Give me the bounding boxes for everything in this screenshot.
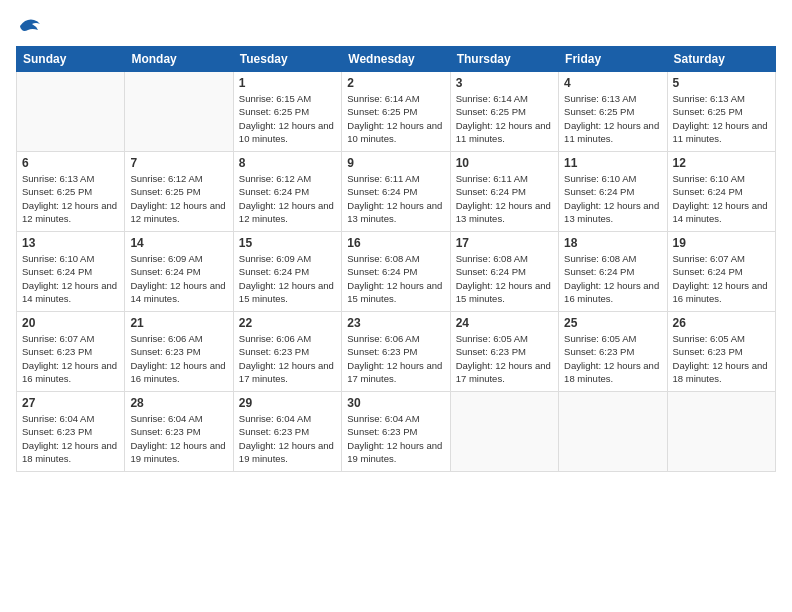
weekday-header: Monday [125,47,233,72]
day-info: Sunrise: 6:05 AM Sunset: 6:23 PM Dayligh… [673,332,770,385]
day-info: Sunrise: 6:13 AM Sunset: 6:25 PM Dayligh… [673,92,770,145]
day-number: 10 [456,156,553,170]
calendar-cell: 22Sunrise: 6:06 AM Sunset: 6:23 PM Dayli… [233,312,341,392]
calendar-cell: 23Sunrise: 6:06 AM Sunset: 6:23 PM Dayli… [342,312,450,392]
day-info: Sunrise: 6:06 AM Sunset: 6:23 PM Dayligh… [239,332,336,385]
day-number: 2 [347,76,444,90]
day-info: Sunrise: 6:04 AM Sunset: 6:23 PM Dayligh… [130,412,227,465]
day-number: 30 [347,396,444,410]
logo [16,16,42,36]
weekday-header: Saturday [667,47,775,72]
calendar-week-row: 27Sunrise: 6:04 AM Sunset: 6:23 PM Dayli… [17,392,776,472]
day-number: 16 [347,236,444,250]
day-info: Sunrise: 6:05 AM Sunset: 6:23 PM Dayligh… [564,332,661,385]
calendar-cell: 7Sunrise: 6:12 AM Sunset: 6:25 PM Daylig… [125,152,233,232]
day-info: Sunrise: 6:10 AM Sunset: 6:24 PM Dayligh… [22,252,119,305]
day-number: 20 [22,316,119,330]
calendar-cell: 9Sunrise: 6:11 AM Sunset: 6:24 PM Daylig… [342,152,450,232]
day-number: 8 [239,156,336,170]
day-number: 7 [130,156,227,170]
day-number: 22 [239,316,336,330]
calendar-cell: 12Sunrise: 6:10 AM Sunset: 6:24 PM Dayli… [667,152,775,232]
weekday-header: Friday [559,47,667,72]
calendar-cell: 29Sunrise: 6:04 AM Sunset: 6:23 PM Dayli… [233,392,341,472]
weekday-header: Tuesday [233,47,341,72]
day-info: Sunrise: 6:10 AM Sunset: 6:24 PM Dayligh… [673,172,770,225]
day-info: Sunrise: 6:06 AM Sunset: 6:23 PM Dayligh… [130,332,227,385]
calendar-cell [667,392,775,472]
day-info: Sunrise: 6:08 AM Sunset: 6:24 PM Dayligh… [456,252,553,305]
day-info: Sunrise: 6:08 AM Sunset: 6:24 PM Dayligh… [564,252,661,305]
day-number: 6 [22,156,119,170]
calendar-cell: 16Sunrise: 6:08 AM Sunset: 6:24 PM Dayli… [342,232,450,312]
day-number: 5 [673,76,770,90]
calendar-cell: 1Sunrise: 6:15 AM Sunset: 6:25 PM Daylig… [233,72,341,152]
calendar-cell: 6Sunrise: 6:13 AM Sunset: 6:25 PM Daylig… [17,152,125,232]
day-info: Sunrise: 6:04 AM Sunset: 6:23 PM Dayligh… [239,412,336,465]
day-number: 25 [564,316,661,330]
day-info: Sunrise: 6:12 AM Sunset: 6:24 PM Dayligh… [239,172,336,225]
day-info: Sunrise: 6:13 AM Sunset: 6:25 PM Dayligh… [564,92,661,145]
calendar-cell: 14Sunrise: 6:09 AM Sunset: 6:24 PM Dayli… [125,232,233,312]
day-info: Sunrise: 6:09 AM Sunset: 6:24 PM Dayligh… [239,252,336,305]
day-number: 1 [239,76,336,90]
calendar-cell: 2Sunrise: 6:14 AM Sunset: 6:25 PM Daylig… [342,72,450,152]
weekday-header: Wednesday [342,47,450,72]
calendar: SundayMondayTuesdayWednesdayThursdayFrid… [16,46,776,472]
day-info: Sunrise: 6:05 AM Sunset: 6:23 PM Dayligh… [456,332,553,385]
calendar-cell [125,72,233,152]
calendar-cell: 26Sunrise: 6:05 AM Sunset: 6:23 PM Dayli… [667,312,775,392]
day-number: 13 [22,236,119,250]
day-info: Sunrise: 6:07 AM Sunset: 6:23 PM Dayligh… [22,332,119,385]
calendar-cell: 4Sunrise: 6:13 AM Sunset: 6:25 PM Daylig… [559,72,667,152]
day-number: 3 [456,76,553,90]
weekday-header: Thursday [450,47,558,72]
calendar-cell: 24Sunrise: 6:05 AM Sunset: 6:23 PM Dayli… [450,312,558,392]
day-number: 21 [130,316,227,330]
day-number: 9 [347,156,444,170]
day-number: 15 [239,236,336,250]
day-number: 18 [564,236,661,250]
day-info: Sunrise: 6:10 AM Sunset: 6:24 PM Dayligh… [564,172,661,225]
calendar-cell [450,392,558,472]
calendar-cell: 20Sunrise: 6:07 AM Sunset: 6:23 PM Dayli… [17,312,125,392]
day-info: Sunrise: 6:12 AM Sunset: 6:25 PM Dayligh… [130,172,227,225]
calendar-cell: 21Sunrise: 6:06 AM Sunset: 6:23 PM Dayli… [125,312,233,392]
calendar-cell: 18Sunrise: 6:08 AM Sunset: 6:24 PM Dayli… [559,232,667,312]
day-number: 12 [673,156,770,170]
day-info: Sunrise: 6:11 AM Sunset: 6:24 PM Dayligh… [456,172,553,225]
day-number: 14 [130,236,227,250]
calendar-cell: 28Sunrise: 6:04 AM Sunset: 6:23 PM Dayli… [125,392,233,472]
day-number: 24 [456,316,553,330]
day-number: 23 [347,316,444,330]
calendar-header-row: SundayMondayTuesdayWednesdayThursdayFrid… [17,47,776,72]
weekday-header: Sunday [17,47,125,72]
day-number: 11 [564,156,661,170]
calendar-cell: 27Sunrise: 6:04 AM Sunset: 6:23 PM Dayli… [17,392,125,472]
calendar-cell: 19Sunrise: 6:07 AM Sunset: 6:24 PM Dayli… [667,232,775,312]
day-info: Sunrise: 6:14 AM Sunset: 6:25 PM Dayligh… [456,92,553,145]
calendar-week-row: 1Sunrise: 6:15 AM Sunset: 6:25 PM Daylig… [17,72,776,152]
calendar-cell: 10Sunrise: 6:11 AM Sunset: 6:24 PM Dayli… [450,152,558,232]
logo-bird-icon [18,16,42,36]
day-number: 17 [456,236,553,250]
day-info: Sunrise: 6:07 AM Sunset: 6:24 PM Dayligh… [673,252,770,305]
day-info: Sunrise: 6:13 AM Sunset: 6:25 PM Dayligh… [22,172,119,225]
calendar-cell: 17Sunrise: 6:08 AM Sunset: 6:24 PM Dayli… [450,232,558,312]
day-number: 27 [22,396,119,410]
day-info: Sunrise: 6:04 AM Sunset: 6:23 PM Dayligh… [22,412,119,465]
day-info: Sunrise: 6:04 AM Sunset: 6:23 PM Dayligh… [347,412,444,465]
calendar-week-row: 20Sunrise: 6:07 AM Sunset: 6:23 PM Dayli… [17,312,776,392]
day-number: 29 [239,396,336,410]
day-number: 26 [673,316,770,330]
day-number: 28 [130,396,227,410]
day-info: Sunrise: 6:14 AM Sunset: 6:25 PM Dayligh… [347,92,444,145]
calendar-cell: 5Sunrise: 6:13 AM Sunset: 6:25 PM Daylig… [667,72,775,152]
calendar-cell: 30Sunrise: 6:04 AM Sunset: 6:23 PM Dayli… [342,392,450,472]
day-number: 19 [673,236,770,250]
calendar-cell: 11Sunrise: 6:10 AM Sunset: 6:24 PM Dayli… [559,152,667,232]
calendar-cell: 8Sunrise: 6:12 AM Sunset: 6:24 PM Daylig… [233,152,341,232]
day-number: 4 [564,76,661,90]
day-info: Sunrise: 6:09 AM Sunset: 6:24 PM Dayligh… [130,252,227,305]
day-info: Sunrise: 6:08 AM Sunset: 6:24 PM Dayligh… [347,252,444,305]
